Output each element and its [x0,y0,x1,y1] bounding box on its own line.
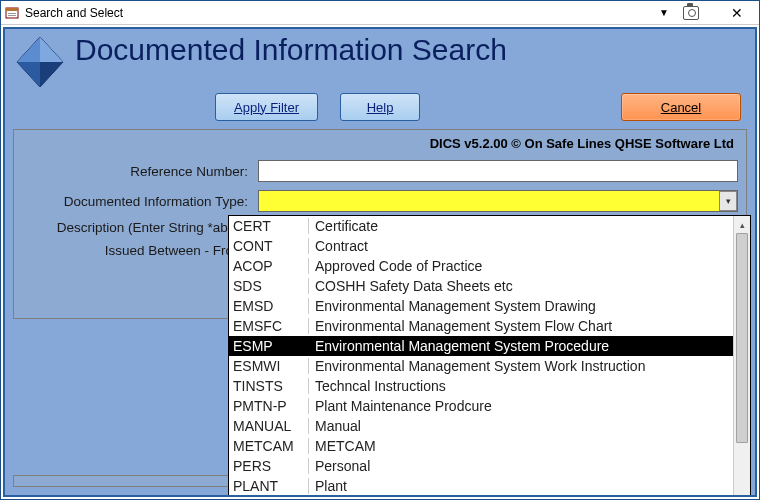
product-version-label: DICS v5.2.00 © On Safe Lines QHSE Softwa… [430,136,734,151]
doc-type-label: Documented Information Type: [22,194,258,209]
scroll-thumb[interactable] [736,233,748,443]
dropdown-item[interactable]: ESMPEnvironmental Management System Proc… [229,336,733,356]
dropdown-item-code: CERT [229,218,309,234]
dropdown-item-desc: Environmental Management System Flow Cha… [309,318,733,334]
dropdown-item-desc: Environmental Management System Drawing [309,298,733,314]
description-label: Description (Enter String *abc*): [22,220,258,235]
reference-number-input[interactable] [258,160,738,182]
dropdown-item-desc: Plant [309,478,733,494]
dropdown-item-desc: Personal [309,458,733,474]
dropdown-item-code: ESMP [229,338,309,354]
dropdown-item-code: ESMWI [229,358,309,374]
dropdown-scrollbar[interactable]: ▴ ▾ [733,216,750,497]
dropdown-item-desc: Certificate [309,218,733,234]
main-panel: Documented Information Search Apply Filt… [3,27,757,497]
dropdown-item-code: EMSD [229,298,309,314]
dropdown-item-code: METCAM [229,438,309,454]
dropdown-item[interactable]: CERTCertificate [229,216,733,236]
app-logo-icon [11,33,69,91]
dropdown-item-code: EMSFC [229,318,309,334]
window-title: Search and Select [25,6,123,20]
doc-type-combo[interactable]: ▾ [258,190,738,212]
dropdown-item-desc: Contract [309,238,733,254]
camera-icon[interactable] [683,6,699,20]
dropdown-item[interactable]: PMTN-PPlant Maintenance Prodcure [229,396,733,416]
dropdown-item-code: ACOP [229,258,309,274]
dropdown-item-code: TINSTS [229,378,309,394]
help-button[interactable]: Help [340,93,420,121]
dropdown-item[interactable]: CONTContract [229,236,733,256]
dropdown-item[interactable]: PERSPersonal [229,456,733,476]
dropdown-item[interactable]: EMSDEnvironmental Management System Draw… [229,296,733,316]
dropdown-item-desc: Environmental Management System Work Ins… [309,358,733,374]
dropdown-item-desc: COSHH Safety Data Sheets etc [309,278,733,294]
doc-type-input[interactable] [258,190,738,212]
svg-rect-1 [6,8,18,11]
dropdown-item-desc: Approved Code of Practice [309,258,733,274]
dropdown-item-code: SDS [229,278,309,294]
dropdown-item[interactable]: SDSCOSHH Safety Data Sheets etc [229,276,733,296]
app-window: Search and Select ▼ ✕ Documented Informa… [0,0,760,500]
dropdown-item-code: PMTN-P [229,398,309,414]
dropdown-item-code: PERS [229,458,309,474]
dropdown-item[interactable]: EMSFCEnvironmental Management System Flo… [229,316,733,336]
dropdown-item-desc: Environmental Management System Procedur… [309,338,733,354]
dropdown-item-desc: Manual [309,418,733,434]
dropdown-item-desc: Techncal Instructions [309,378,733,394]
dropdown-item[interactable]: MANUALManual [229,416,733,436]
dropdown-item[interactable]: ACOPApproved Code of Practice [229,256,733,276]
reference-number-label: Reference Number: [22,164,258,179]
dropdown-item-desc: METCAM [309,438,733,454]
issued-from-label: Issued Between - From: [22,243,258,258]
close-button[interactable]: ✕ [719,2,755,24]
titlebar-dropdown-icon[interactable]: ▼ [659,7,669,18]
page-title: Documented Information Search [75,31,751,67]
svg-rect-2 [8,13,16,14]
dropdown-item-code: MANUAL [229,418,309,434]
svg-rect-3 [8,15,16,16]
dropdown-item[interactable]: METCAMMETCAM [229,436,733,456]
dropdown-item-desc: Plant Maintenance Prodcure [309,398,733,414]
app-icon [5,6,19,20]
scroll-up-button[interactable]: ▴ [734,216,750,233]
dropdown-item-code: CONT [229,238,309,254]
dropdown-item-code: PLANT [229,478,309,494]
title-bar: Search and Select ▼ ✕ [1,1,759,25]
doc-type-dropdown-list[interactable]: CERTCertificateCONTContractACOPApproved … [228,215,751,497]
dropdown-item[interactable]: ESMWIEnvironmental Management System Wor… [229,356,733,376]
doc-type-dropdown-button[interactable]: ▾ [719,191,737,211]
cancel-button[interactable]: Cancel [621,93,741,121]
dropdown-item[interactable]: PLANTPlant [229,476,733,496]
dropdown-item[interactable]: TINSTSTechncal Instructions [229,376,733,396]
apply-filter-button[interactable]: Apply Filter [215,93,318,121]
dropdown-item[interactable]: PROCDProcedure [229,496,733,497]
